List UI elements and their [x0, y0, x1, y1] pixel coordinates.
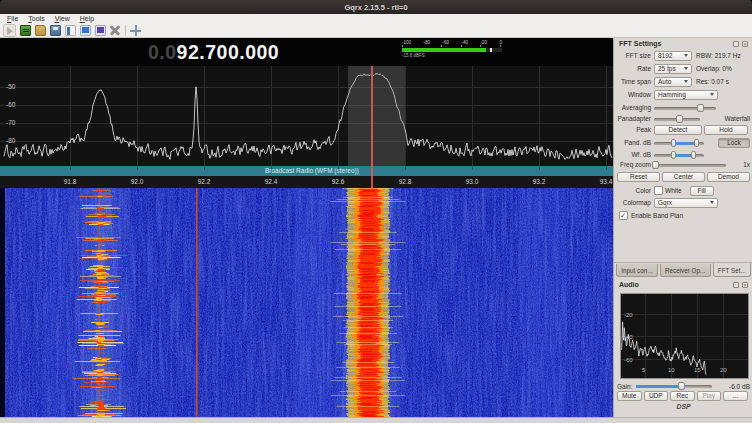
audio-rec-button[interactable]: Rec — [670, 391, 695, 401]
enable-band-plan-label: Enable Band Plan — [631, 212, 683, 219]
center-button[interactable]: Center — [662, 172, 705, 182]
dsp-play-button[interactable] — [3, 24, 16, 37]
demod-button[interactable]: Demod — [707, 172, 750, 182]
audio-udp-button[interactable]: UDP — [644, 391, 669, 401]
window-combo[interactable]: Hamming — [654, 90, 718, 100]
pand-db-label: Pand. dB — [617, 139, 651, 146]
audio-dock-buttons — [733, 282, 748, 288]
fft-size-combo[interactable]: 8192 — [654, 51, 692, 61]
waterfall[interactable] — [5, 188, 613, 417]
audio-title: Audio — [619, 281, 639, 288]
center-tuning-icon[interactable] — [130, 25, 141, 36]
waterfall-svg — [5, 188, 613, 417]
tab-input-con[interactable]: Input con... — [616, 264, 658, 277]
display-icon[interactable] — [80, 25, 91, 36]
meter-tick-label: -20 — [480, 40, 487, 45]
toolbar[interactable] — [0, 24, 752, 38]
io-devices-icon[interactable] — [20, 25, 31, 36]
band-plan-tick — [204, 166, 205, 170]
peak-detect-button[interactable]: Detect — [654, 125, 702, 135]
averaging-slider[interactable] — [654, 104, 716, 112]
peak-hold-button[interactable]: Hold — [704, 125, 748, 135]
tuning-cursor[interactable] — [371, 66, 373, 188]
float-icon[interactable] — [733, 41, 739, 47]
audio-fft-plot[interactable]: -20-40-605101520 — [620, 293, 749, 379]
tab-receiver-op[interactable]: Receiver Op... — [660, 264, 711, 277]
remote-icon[interactable] — [95, 25, 106, 36]
gain-label: Gain: — [617, 383, 633, 390]
colormap-combo[interactable]: Gqrx — [654, 198, 718, 208]
waterfall-db-range-slider[interactable] — [654, 151, 704, 159]
frequency-scale-label: 92.4 — [259, 178, 283, 185]
band-plan-bar[interactable]: Broadcast Radio (WFM (stereo)) — [0, 166, 613, 176]
meter-peak-marker — [490, 48, 492, 52]
pandapter-db-range-slider[interactable] — [654, 139, 704, 147]
chevron-down-icon — [684, 80, 688, 83]
freq-zoom-value: 1x — [743, 161, 750, 168]
fill-button[interactable]: Fill — [690, 186, 714, 196]
menu-item-help[interactable]: Help — [75, 14, 99, 24]
frequency-scale-label: 92.6 — [326, 178, 350, 185]
menu-item-tools[interactable]: Tools — [23, 14, 49, 24]
tab-fft-set[interactable]: FFT Set... — [713, 263, 751, 277]
rate-value: 25 fps — [658, 65, 676, 72]
bookmarks-icon[interactable] — [65, 25, 76, 36]
frequency-scale-label: 93.2 — [527, 178, 551, 185]
window-title: Gqrx 2.15.5 - rtl=0 — [344, 3, 407, 12]
chevron-down-icon — [710, 93, 714, 96]
fft-size-value: 8192 — [658, 52, 672, 59]
tools-icon[interactable] — [110, 25, 121, 36]
dock-tab-bar: Input con...Receiver Op...FFT Set... — [614, 262, 752, 277]
band-plan-tick — [405, 166, 406, 170]
white-checkbox[interactable] — [654, 186, 663, 195]
rate-combo[interactable]: 25 fps — [654, 64, 692, 74]
audio-play-button[interactable]: Play — [697, 391, 722, 401]
averaging-label: Averaging — [617, 104, 651, 111]
chevron-down-icon — [684, 54, 688, 57]
frequency-scale[interactable]: 91.892.092.292.492.692.893.093.293.4 — [0, 176, 613, 188]
band-plan-tick — [539, 166, 540, 170]
overlap-value: Overlap: 0% — [696, 65, 732, 72]
menu-bar[interactable]: FileToolsViewHelp — [0, 14, 752, 24]
close-icon[interactable] — [742, 41, 748, 47]
menu-item-file[interactable]: File — [2, 14, 23, 24]
float-icon[interactable] — [733, 282, 739, 288]
faint-signal-column — [295, 188, 331, 417]
gain-slider[interactable] — [636, 382, 712, 390]
frequency-scale-label: 93.4 — [594, 178, 613, 185]
save-file-icon[interactable] — [50, 25, 61, 36]
lock-button[interactable]: Lock — [718, 138, 750, 148]
frequency-scale-label: 92.8 — [393, 178, 417, 185]
band-plan-tick — [338, 166, 339, 170]
audio-db-label: -60 — [624, 357, 633, 363]
carrier-trace-line — [196, 188, 198, 417]
audio-mute-button[interactable]: Mute — [617, 391, 642, 401]
menu-item-view[interactable]: View — [50, 14, 75, 24]
rate-label: Rate — [617, 65, 651, 72]
fft-size-label: FFT size — [617, 52, 651, 59]
meter-tick-label: -80 — [423, 40, 430, 45]
meter-tick-label: -40 — [461, 40, 468, 45]
fft-plot[interactable]: -50-60-70-80 — [0, 66, 613, 166]
dsp-play-icon[interactable] — [7, 27, 13, 35]
open-file-icon[interactable] — [35, 25, 46, 36]
meter-tick-label: 0 — [499, 40, 502, 45]
meter-level-bar — [402, 48, 486, 52]
fft-settings-title: FFT Settings — [619, 40, 661, 47]
gain-value: -6.0 dB — [729, 383, 750, 390]
enable-band-plan-checkbox[interactable] — [619, 211, 628, 220]
filter-passband-overlay[interactable] — [348, 66, 405, 166]
audio-more-button[interactable]: ... — [723, 391, 748, 401]
title-bar[interactable]: Gqrx 2.15.5 - rtl=0 — [0, 0, 752, 14]
frequency-scale-label: 92.2 — [192, 178, 216, 185]
window-value: Hamming — [658, 91, 686, 98]
freq-zoom-slider[interactable] — [654, 161, 726, 169]
close-icon[interactable] — [742, 282, 748, 288]
band-plan-tick — [472, 166, 473, 170]
reset-button[interactable]: Reset — [617, 172, 660, 182]
lcd-frequency-value: 92.700.000 — [177, 41, 280, 64]
fft-db-label: -60 — [6, 101, 15, 108]
panadapter-split-slider[interactable] — [654, 115, 700, 123]
time-span-combo[interactable]: Auto — [654, 77, 692, 87]
frequency-lcd[interactable]: 0.092.700.000 — [148, 40, 279, 64]
